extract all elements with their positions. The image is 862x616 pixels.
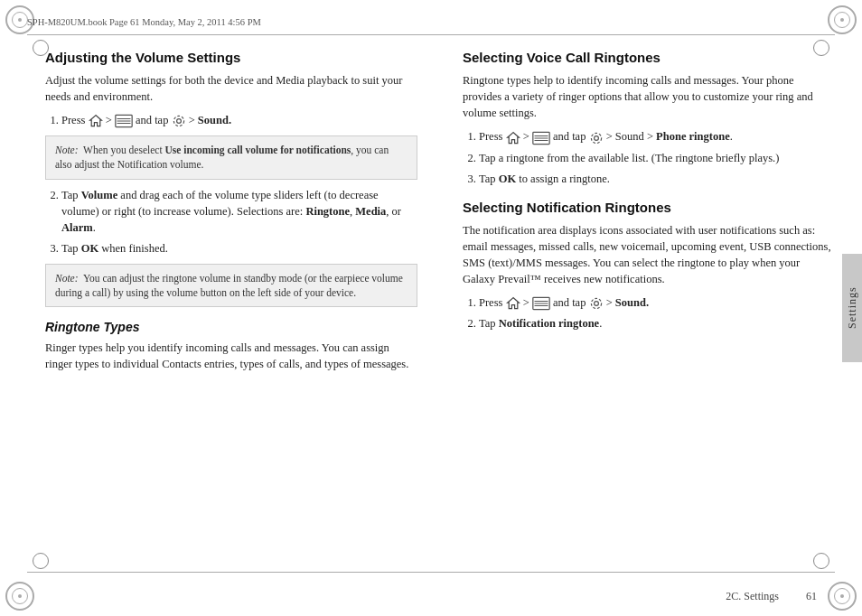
svg-point-10	[594, 135, 598, 140]
gear-icon	[172, 114, 186, 128]
svg-point-4	[176, 119, 181, 124]
voice-step-1: Press > and tap	[479, 128, 835, 145]
voice-ringtone-steps: Press > and tap	[479, 128, 835, 186]
menu-icon-3	[532, 296, 550, 311]
voice-step-3: Tap OK to assign a ringtone.	[479, 171, 835, 187]
settings-tab: Settings	[842, 254, 862, 362]
notification-ringtone-section: Selecting Notification Ringtones The not…	[463, 200, 835, 332]
home-icon	[89, 114, 103, 128]
notif-step-1: Press > and tap	[479, 294, 835, 311]
notif-step-2: Tap Notification ringtone.	[479, 315, 835, 331]
note-box-1: Note: When you deselect Use incoming cal…	[45, 135, 417, 179]
adjusting-volume-intro: Adjust the volume settings for both the …	[45, 72, 417, 105]
notification-ringtone-title: Selecting Notification Ringtones	[463, 200, 835, 215]
voice-ringtone-intro: Ringtone types help to identify incoming…	[463, 72, 835, 121]
top-rule	[27, 34, 835, 35]
ringtone-types-title: Ringtone Types	[45, 320, 417, 334]
svg-point-16	[594, 302, 598, 306]
voice-ringtone-title: Selecting Voice Call Ringtones	[463, 50, 835, 65]
menu-icon	[115, 114, 133, 128]
svg-point-5	[173, 117, 183, 126]
voice-ringtone-section: Selecting Voice Call Ringtones Ringtone …	[463, 50, 835, 187]
voice-step-2: Tap a ringtone from the available list. …	[479, 150, 835, 166]
corner-decoration-br	[828, 582, 857, 611]
notification-ringtone-intro: The notification area displays icons ass…	[463, 222, 835, 288]
ringtone-types-section: Ringtone Types Ringer types help you ide…	[45, 320, 417, 372]
header-text: SPH-M820UM.book Page 61 Monday, May 2, 2…	[27, 17, 261, 27]
step-2: Tap Volume and drag each of the volume t…	[61, 187, 417, 236]
gear-icon-3	[589, 296, 604, 311]
adjusting-volume-steps: Press > and tap	[61, 112, 417, 128]
right-column: Selecting Voice Call Ringtones Ringtone …	[454, 50, 835, 562]
corner-decoration-bl	[5, 582, 34, 611]
svg-point-11	[591, 133, 601, 143]
notification-ringtone-steps: Press > and tap	[479, 294, 835, 331]
step1-text: Press > and tap	[61, 114, 231, 126]
left-column: Adjusting the Volume Settings Adjust the…	[45, 50, 426, 562]
adjusting-volume-section: Adjusting the Volume Settings Adjust the…	[45, 50, 417, 307]
home-icon-2	[506, 131, 520, 145]
step-1: Press > and tap	[61, 112, 417, 128]
bottom-rule	[27, 572, 835, 573]
page-footer: 2C. Settings 61	[45, 590, 817, 603]
main-content: Adjusting the Volume Settings Adjust the…	[45, 50, 835, 562]
home-icon-3	[506, 296, 520, 311]
adjusting-volume-title: Adjusting the Volume Settings	[45, 50, 417, 65]
page-header: SPH-M820UM.book Page 61 Monday, May 2, 2…	[27, 9, 835, 34]
step-3: Tap OK when finished.	[61, 240, 417, 257]
footer-section-label: 2C. Settings 61	[726, 590, 817, 603]
volume-steps-2: Tap Volume and drag each of the volume t…	[61, 187, 417, 257]
svg-point-17	[591, 299, 601, 309]
ringtone-types-intro: Ringer types help you identify incoming …	[45, 340, 417, 372]
menu-icon-2	[532, 131, 550, 145]
note-box-2: Note: You can adjust the ringtone volume…	[45, 264, 417, 307]
gear-icon-2	[589, 131, 604, 145]
